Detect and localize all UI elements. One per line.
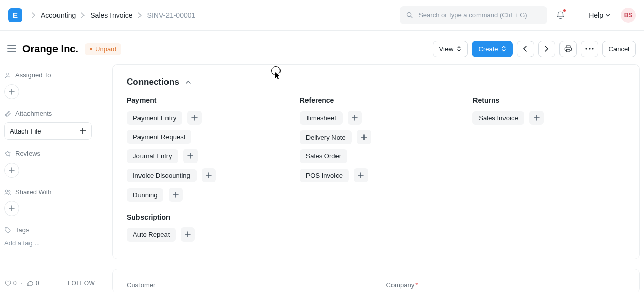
- attach-file-label: Attach File: [10, 127, 41, 135]
- chevron-right-icon: [32, 12, 36, 18]
- follow-button[interactable]: FOLLOW: [68, 280, 95, 287]
- view-label: View: [439, 45, 454, 53]
- heart-icon: [4, 280, 11, 287]
- paperclip-icon: [4, 110, 11, 117]
- dot-separator: ·: [21, 280, 22, 287]
- page-header: Orange Inc. Unpaid View Create: [0, 31, 644, 64]
- logo-letter: E: [13, 11, 18, 19]
- tag-input[interactable]: [4, 239, 90, 247]
- plus-icon: [9, 205, 15, 211]
- connections-col-reference: Reference Timesheet Delivery Note Sales …: [300, 96, 453, 247]
- svg-point-1: [585, 48, 587, 49]
- create-button[interactable]: Create: [472, 41, 513, 57]
- chevron-up-icon[interactable]: [185, 79, 191, 85]
- add-timesheet-button[interactable]: [348, 111, 362, 125]
- link-sales-order[interactable]: Sales Order: [300, 149, 347, 163]
- chevron-down-icon: [605, 13, 610, 18]
- add-invoice-discounting-button[interactable]: [202, 168, 216, 182]
- logo[interactable]: E: [8, 8, 22, 22]
- details-card: Customer Company*: [112, 269, 640, 292]
- reviews-label: Reviews: [15, 150, 40, 157]
- breadcrumb-doc-id[interactable]: SINV-21-00001: [147, 11, 196, 19]
- link-delivery-note[interactable]: Delivery Note: [300, 130, 352, 144]
- link-timesheet[interactable]: Timesheet: [300, 111, 343, 125]
- chevron-right-icon: [81, 12, 85, 18]
- chevron-left-icon: [523, 46, 527, 52]
- svg-point-2: [589, 48, 590, 49]
- help-link[interactable]: Help: [589, 11, 610, 19]
- link-return-sales-invoice[interactable]: Sales Invoice: [472, 111, 524, 125]
- create-label: Create: [479, 45, 498, 53]
- users-icon: [4, 189, 11, 196]
- add-share-button[interactable]: [4, 201, 19, 216]
- link-auto-repeat[interactable]: Auto Repeat: [127, 228, 176, 242]
- cancel-label: Cancel: [609, 45, 629, 53]
- link-payment-request[interactable]: Payment Request: [127, 130, 191, 144]
- attachments-section: Attachments: [4, 110, 105, 117]
- breadcrumb-accounting[interactable]: Accounting: [41, 11, 76, 19]
- add-pos-invoice-button[interactable]: [354, 168, 368, 182]
- status-dot-icon: [90, 48, 92, 50]
- comment-icon: [26, 280, 34, 287]
- sidebar-toggle-icon[interactable]: [5, 42, 18, 56]
- search-input[interactable]: [418, 11, 541, 19]
- link-invoice-discounting[interactable]: Invoice Discounting: [127, 169, 197, 182]
- select-icon: [501, 46, 506, 52]
- plus-icon: [9, 167, 15, 173]
- add-payment-entry-button[interactable]: [187, 111, 202, 125]
- company-label-text: Company: [386, 281, 415, 289]
- svg-point-7: [6, 228, 7, 229]
- required-indicator: *: [415, 281, 418, 289]
- attach-file-button[interactable]: Attach File: [4, 122, 92, 140]
- tags-section: Tags: [4, 226, 105, 234]
- avatar-initials: BS: [624, 12, 633, 19]
- breadcrumb: Accounting Sales Invoice SINV-21-00001: [32, 11, 195, 19]
- more-button[interactable]: [581, 41, 598, 57]
- page-actions: View Create Cancel: [433, 41, 636, 57]
- add-return-sales-invoice-button[interactable]: [529, 111, 544, 125]
- svg-point-5: [5, 190, 8, 192]
- avatar[interactable]: BS: [621, 8, 636, 23]
- shared-with-label: Shared With: [15, 188, 52, 196]
- svg-point-0: [407, 13, 411, 17]
- add-review-button[interactable]: [4, 163, 19, 178]
- plus-icon: [9, 89, 15, 95]
- link-dunning[interactable]: Dunning: [127, 188, 163, 202]
- connections-col-returns: Returns Sales Invoice: [472, 96, 625, 247]
- notifications-icon[interactable]: [553, 8, 568, 22]
- company-label: Company*: [386, 281, 626, 289]
- view-button[interactable]: View: [433, 41, 468, 57]
- link-payment-entry[interactable]: Payment Entry: [127, 111, 182, 125]
- prev-button[interactable]: [517, 41, 534, 57]
- svg-point-3: [592, 48, 593, 49]
- assigned-to-section: Assigned To: [4, 71, 105, 79]
- connections-title: Connections: [127, 77, 179, 87]
- link-pos-invoice[interactable]: POS Invoice: [300, 169, 349, 182]
- status-badge: Unpaid: [85, 43, 121, 55]
- status-label: Unpaid: [95, 45, 116, 53]
- form-sidebar: Assigned To Attachments Attach File Revi…: [4, 64, 112, 292]
- add-delivery-note-button[interactable]: [357, 130, 371, 144]
- add-auto-repeat-button[interactable]: [181, 227, 195, 242]
- chevron-right-icon: [545, 46, 549, 52]
- topbar: E Accounting Sales Invoice SINV-21-00001…: [0, 0, 644, 31]
- comment-button[interactable]: 0: [26, 280, 39, 287]
- next-button[interactable]: [538, 41, 555, 57]
- returns-group-title: Returns: [472, 96, 625, 104]
- tag-icon: [4, 227, 11, 234]
- like-button[interactable]: 0: [4, 280, 17, 287]
- add-journal-entry-button[interactable]: [183, 149, 198, 163]
- search-bar[interactable]: [400, 6, 547, 24]
- link-journal-entry[interactable]: Journal Entry: [127, 149, 178, 163]
- main-content: Connections Payment Payment Entry Paymen…: [112, 64, 644, 292]
- breadcrumb-sales-invoice[interactable]: Sales Invoice: [90, 11, 132, 19]
- add-assignee-button[interactable]: [4, 84, 19, 99]
- cancel-button[interactable]: Cancel: [602, 41, 636, 57]
- star-icon: [4, 150, 11, 157]
- page-title: Orange Inc.: [22, 43, 78, 55]
- add-dunning-button[interactable]: [169, 188, 183, 202]
- print-button[interactable]: [559, 41, 577, 57]
- select-icon: [457, 46, 461, 52]
- search-icon: [406, 11, 413, 19]
- attachments-label: Attachments: [15, 110, 52, 117]
